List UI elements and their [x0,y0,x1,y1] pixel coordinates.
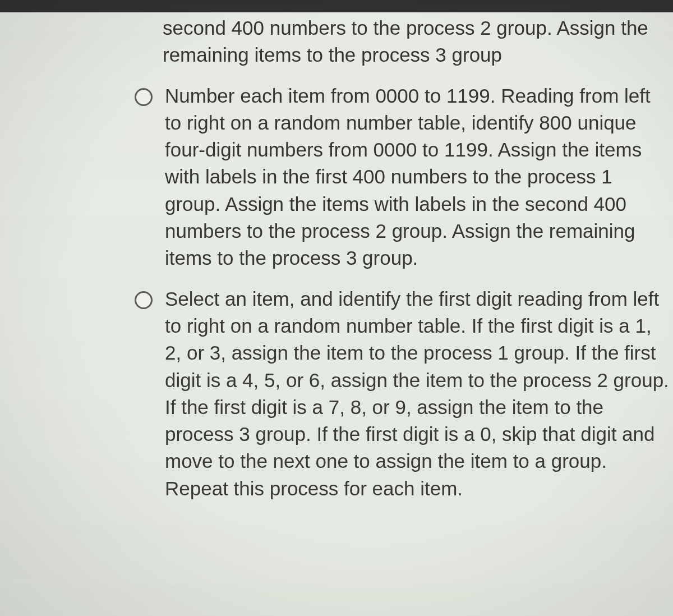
radio-unchecked-icon[interactable] [135,291,153,309]
option-b-row[interactable]: Number each item from 0000 to 1199. Read… [112,79,673,282]
question-options-area: second 400 numbers to the process 2 grou… [0,12,673,512]
option-c-row[interactable]: Select an item, and identify the first d… [112,282,673,512]
option-c-text: Select an item, and identify the first d… [165,286,673,502]
radio-unchecked-icon[interactable] [135,88,153,106]
option-a-partial-text: second 400 numbers to the process 2 grou… [112,15,673,79]
option-b-text: Number each item from 0000 to 1199. Read… [165,82,673,272]
window-titlebar [0,0,673,12]
